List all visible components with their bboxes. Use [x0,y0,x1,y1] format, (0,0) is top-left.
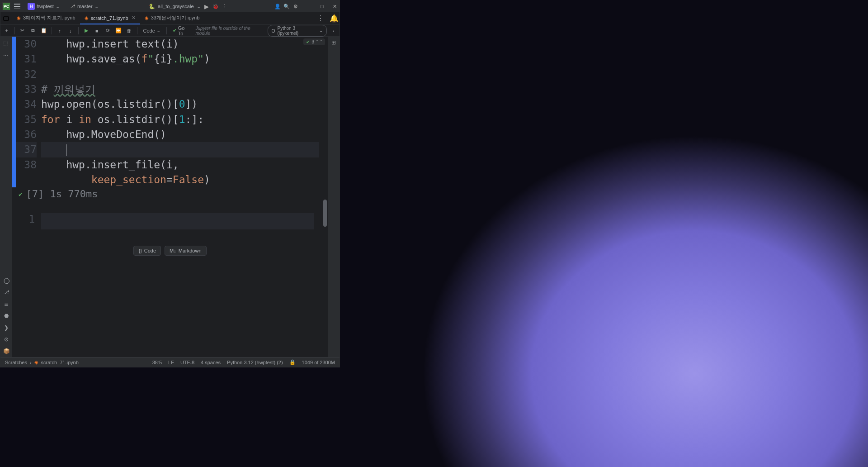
cut-button[interactable]: ✂ [18,26,27,35]
add-cell-buttons: {} Code M↓ Markdown [12,246,328,256]
add-code-cell-button[interactable]: {} Code [133,246,161,256]
empty-cell[interactable]: 1 [12,213,328,229]
braces-icon: {} [138,248,142,253]
editor-body: ⬚ ⋯ ✔ 3 ˄ ˅ 303132333435363738 hwp.inser… [0,37,340,357]
breadcrumb-file: scratch_71.ipynb [41,360,79,365]
branch-name: master [77,4,93,9]
exec-time-label: [7] 1s 770ms [26,188,98,200]
cell-selected-marker [12,37,16,187]
breadcrumb[interactable]: Scratches › ◉ scratch_71.ipynb [5,360,79,365]
indent-setting[interactable]: 4 spaces [201,360,221,365]
add-cell-button[interactable]: ＋ [2,26,11,35]
chevron-right-icon: › [30,360,32,365]
settings-icon[interactable]: ⚙ [292,3,299,10]
paste-button[interactable]: 📋 [39,26,48,35]
code-content[interactable]: hwp.insert_text(i) hwp.save_as(f"{i}.hwp… [41,37,328,187]
line-ending[interactable]: LF [168,360,174,365]
kernel-selector[interactable]: Python 3 (ipykernel) ⌄ [268,25,327,37]
kernel-status-icon [272,29,275,33]
memory-indicator[interactable]: 1049 of 2300M [302,360,335,365]
structure-tool-icon[interactable]: ⬚ [3,40,9,47]
tab-label: 33개문서쌓이기.ipynb [151,14,200,21]
jupyter-icon: ◉ [17,15,21,20]
notebook-toolbar: ＋ ✂ ⧉ 📋 ↑ ↓ ▶ ■ ⟳ ⏩ 🗑 Code ⌄ ✔ Go To Jup… [0,25,340,37]
jupyter-icon: ◉ [34,360,38,365]
clear-output-button[interactable]: 🗑 [125,26,134,35]
more-tools-icon[interactable]: ⋯ [3,53,9,59]
move-up-button[interactable]: ↑ [55,26,64,35]
search-icon[interactable]: 🔍 [283,3,290,10]
editor-tabs: ◉3페이지씩 자르기.ipynb◉scratch_71.ipynb✕◉33개문서… [0,12,340,25]
minimize-button[interactable]: — [306,3,312,10]
module-hint: Jupyter file is outside of the module [196,26,266,36]
python-packages-icon[interactable]: 📦 [3,348,10,354]
main-menu-icon[interactable] [13,3,21,10]
add-markdown-label: Markdown [179,248,202,253]
close-button[interactable]: ✕ [331,3,338,10]
services-tool-icon[interactable]: ⬣ [4,313,9,319]
editor-area[interactable]: ✔ 3 ˄ ˅ 303132333435363738 hwp.insert_te… [12,37,328,357]
copy-button[interactable]: ⧉ [29,26,38,35]
empty-cell-line-number: 1 [12,213,41,229]
empty-cell-body[interactable] [41,213,314,229]
status-bar: Scratches › ◉ scratch_71.ipynb 38:5 LF U… [0,357,340,367]
problems-tool-icon[interactable]: ⊘ [4,336,9,343]
terminal-tool-icon[interactable]: ❯ [4,324,9,331]
run-cell-button[interactable]: ▶ [82,26,91,35]
interpreter-label[interactable]: Python 3.12 (hwptest) (2) [227,360,283,365]
chevron-down-icon: ⌄ [319,28,323,33]
cell-type-label: Code [143,28,155,33]
markdown-icon: M↓ [170,248,176,253]
maximize-button[interactable]: □ [319,3,325,10]
scrollbar-thumb[interactable] [323,200,327,227]
editor-tab[interactable]: ◉33개문서쌓이기.ipynb [140,12,204,24]
add-code-label: Code [144,248,156,253]
code-with-me-icon[interactable]: 👤 [274,3,281,10]
project-tool-button[interactable] [0,12,12,24]
svg-rect-0 [4,17,9,20]
add-markdown-cell-button[interactable]: M↓ Markdown [165,246,206,256]
notifications-icon[interactable]: 🔔 [328,12,340,24]
more-actions-icon[interactable]: ⋮ [222,3,228,10]
jupyter-vars-icon[interactable]: ⊞ [331,39,336,46]
tabs-more-icon[interactable]: ⋮ [313,12,328,24]
close-tab-icon[interactable]: ✕ [132,15,136,21]
chevron-down-icon: ⌄ [56,4,60,10]
layers-tool-icon[interactable]: ≣ [4,301,9,307]
project-badge-icon: H [28,3,35,10]
chevron-down-icon: ⌄ [197,4,201,10]
line-number-gutter: 303132333435363738 [16,37,41,187]
interrupt-button[interactable]: ■ [92,26,101,35]
toolbar-overflow-icon[interactable]: › [329,26,338,35]
vcs-branch-selector[interactable]: ⎇ master ⌄ [66,3,102,10]
code-cell[interactable]: 303132333435363738 hwp.insert_text(i) hw… [12,37,328,187]
readonly-lock-icon[interactable]: 🔒 [289,359,296,365]
git-tool-icon[interactable]: ⎇ [3,289,9,295]
caret-position[interactable]: 38:5 [152,360,162,365]
run-button[interactable]: ▶ [203,3,210,10]
run-config-name[interactable]: all_to_grayscale [158,4,194,9]
cell-type-select[interactable]: Code ⌄ [141,27,163,34]
ide-window: PC H hwptest ⌄ ⎇ master ⌄ 🐍 all_to_grays… [0,0,340,367]
right-tool-strip: ⊞ [328,37,340,357]
chevron-down-icon: ˅ [320,39,322,44]
editor-tab[interactable]: ◉scratch_71.ipynb✕ [80,12,140,24]
check-icon: ✔ [306,39,310,44]
bottom-left-tools: ◯ ⎇ ≣ ⬣ ❯ ⊘ 📦 [0,277,12,357]
restart-button[interactable]: ⟳ [103,26,112,35]
title-bar: PC H hwptest ⌄ ⎇ master ⌄ 🐍 all_to_grays… [0,0,340,12]
run-all-button[interactable]: ⏩ [114,26,123,35]
problems-count: 3 [311,39,314,44]
kernel-name: Python 3 (ipykernel) [277,26,317,36]
goto-select[interactable]: ✔ Go To [170,24,194,37]
run-config-area: 🐍 all_to_grayscale ⌄ ▶ 🐞 ⋮ [149,3,228,10]
project-selector[interactable]: H hwptest ⌄ [24,2,63,11]
editor-tab[interactable]: ◉3페이지씩 자르기.ipynb [12,12,80,24]
debug-button[interactable]: 🐞 [212,3,219,10]
problems-widget[interactable]: ✔ 3 ˄ ˅ [303,38,325,45]
branch-icon: ⎇ [70,4,75,10]
file-encoding[interactable]: UTF-8 [180,360,194,365]
circle-tool-icon[interactable]: ◯ [4,277,9,284]
tab-label: scratch_71.ipynb [91,15,128,21]
move-down-button[interactable]: ↓ [66,26,75,35]
